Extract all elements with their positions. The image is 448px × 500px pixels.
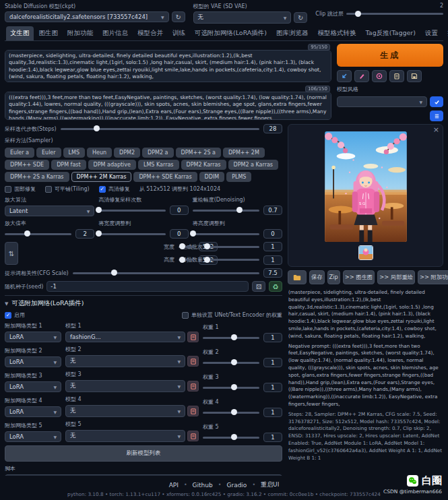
close-icon[interactable]: × [433, 125, 439, 134]
lora-weight-1-slider[interactable] [203, 337, 259, 339]
sampler-plms[interactable]: PLMS [226, 172, 251, 182]
tiling-toggle[interactable]: 可平铺(Tiling) [45, 185, 90, 193]
reload-ui-link[interactable]: 重启UI [261, 480, 279, 489]
lora-separate-weights-toggle[interactable]: 单独设置 UNet/Text Encoder 的权重 [182, 311, 282, 319]
hires-steps-slider[interactable] [98, 210, 165, 212]
style-select-button[interactable] [430, 96, 443, 107]
lora-model-5-info-button[interactable] [187, 431, 199, 441]
api-link[interactable]: API [169, 482, 179, 489]
lora-model-1-dropdown[interactable]: fashionG...▼ [65, 332, 185, 342]
sampler-dpmpp-2s-a-karras[interactable]: DPM++ 2S a Karras [5, 172, 69, 182]
hires-steps-value[interactable]: 0 [170, 206, 189, 215]
refresh-checkpoint-button[interactable]: ↻ [172, 11, 185, 22]
sampler-ddim[interactable]: DDIM [199, 172, 225, 182]
tab-settings[interactable]: 设置 [421, 26, 442, 40]
lora-weight-1-value[interactable]: 1 [263, 333, 282, 342]
lora-model-2-dropdown[interactable]: 无▼ [65, 355, 185, 367]
send-to-img2img-button[interactable]: >> 图生图 [343, 270, 375, 284]
send-to-extras-button[interactable]: >> 附加功能 [418, 270, 448, 284]
random-seed-button[interactable]: ⚄ [252, 281, 265, 292]
lora-model-5-dropdown[interactable]: 无▼ [65, 430, 185, 442]
zip-button[interactable]: Zip [327, 270, 340, 284]
width-slider[interactable] [179, 246, 195, 248]
sampler-dpm2-karras[interactable]: DPM2 Karras [181, 160, 226, 170]
tab-additional-networks[interactable]: 可选附加网络(LoRA插件) [191, 26, 271, 40]
sampler-dpmpp-sde-karras[interactable]: DPM++ SDE Karras [133, 172, 197, 182]
prompt-input[interactable]: (masterpiece, sidelighting, ultra-detail… [5, 50, 331, 82]
swap-dimensions-button[interactable]: ⇅ [5, 242, 18, 265]
sampler-dpm2-a-karras[interactable]: DPM2 a Karras [228, 160, 278, 170]
lora-weight-3-slider[interactable] [203, 387, 259, 389]
lora-model-3-info-button[interactable] [187, 381, 199, 392]
sampler-dpm-adaptive[interactable]: DPM adaptive [88, 160, 136, 170]
tab-txt2img[interactable]: 文生图 [6, 26, 34, 40]
gallery-thumbnail[interactable] [358, 245, 373, 260]
sampler-euler-a[interactable]: Euler a [5, 148, 34, 158]
tab-model-converter[interactable]: 模型格式转换 [314, 26, 360, 40]
batch-size-value[interactable]: 1 [263, 255, 282, 265]
lora-weight-5-slider[interactable] [203, 437, 259, 439]
tab-img2img[interactable]: 图生图 [35, 26, 63, 40]
resize-height-slider[interactable] [193, 233, 259, 235]
send-to-inpaint-button[interactable]: >> 局部重绘 [377, 270, 415, 284]
cfg-value[interactable]: 7.5 [263, 268, 282, 278]
lora-weight-3-value[interactable]: 1 [263, 383, 282, 392]
tab-png-info[interactable]: 图片信息 [98, 26, 132, 40]
tab-tagger[interactable]: Tag反推(Tagger) [362, 26, 420, 40]
resize-width-slider[interactable] [98, 233, 165, 235]
sampler-lms-karras[interactable]: LMS Karras [138, 160, 179, 170]
steps-slider[interactable] [61, 128, 259, 130]
checkpoint-dropdown[interactable]: dalceforealisticitally2.safetensors [733… [5, 11, 169, 22]
batch-count-value[interactable]: 1 [263, 242, 282, 251]
lora-model-4-info-button[interactable] [187, 406, 199, 416]
vae-dropdown[interactable]: 无▼ [193, 11, 292, 24]
resize-width-value[interactable]: 0 [170, 229, 189, 239]
tab-extensions[interactable]: 扩展 [443, 26, 448, 40]
sampler-dpmpp-2m[interactable]: DPM++ 2M [223, 148, 265, 158]
open-folder-button[interactable] [288, 270, 307, 284]
lora-weight-2-slider[interactable] [203, 362, 259, 364]
lora-weight-4-slider[interactable] [203, 412, 259, 414]
reuse-seed-button[interactable]: ♻ [269, 281, 282, 292]
tab-extras[interactable]: 附加功能 [63, 26, 97, 40]
clip-skip-slider[interactable] [346, 13, 443, 15]
sampler-dpm-fast[interactable]: DPM fast [51, 160, 86, 170]
sampler-dpmpp-2s-a[interactable]: DPM++ 2S a [176, 148, 221, 158]
upscaler-dropdown[interactable]: Latent▼ [5, 206, 94, 216]
sampler-dpm2[interactable]: DPM2 [114, 148, 140, 158]
script-dropdown[interactable]: 无▼ [5, 474, 282, 476]
batch-count-slider[interactable] [207, 246, 259, 248]
upscale-by-value[interactable]: 2 [75, 229, 94, 239]
cfg-slider[interactable] [73, 272, 259, 274]
lora-enable-toggle[interactable]: ✓ 启用 [5, 311, 25, 319]
extra-networks-button[interactable] [372, 70, 387, 82]
github-link[interactable]: Github [193, 482, 213, 489]
refresh-vae-button[interactable]: ↻ [294, 12, 307, 23]
sampler-lms[interactable]: LMS [63, 148, 85, 158]
sampler-dpmpp-sde[interactable]: DPM++ SDE [5, 160, 49, 170]
sampler-dpmpp-2m-karras[interactable]: DPM++ 2M Karras [71, 172, 132, 182]
lora-weight-2-value[interactable]: 1 [263, 358, 282, 367]
denoising-slider[interactable] [193, 210, 259, 212]
lora-type-4-dropdown[interactable]: LoRA▼ [5, 406, 61, 417]
lora-weight-4-value[interactable]: 1 [263, 408, 282, 417]
additional-networks-header[interactable]: ▼ 可选附加网络(LoRA插件) [5, 299, 282, 308]
sampler-heun[interactable]: Heun [87, 148, 112, 158]
style-dropdown[interactable]: ▼ [337, 96, 427, 107]
lora-type-2-dropdown[interactable]: LoRA▼ [5, 356, 61, 367]
apply-style-button[interactable] [389, 70, 404, 82]
style-refresh-button[interactable] [430, 111, 443, 121]
save-style-button[interactable] [407, 70, 422, 82]
lora-weight-5-value[interactable]: 1 [263, 433, 282, 442]
generated-image[interactable]: S G [325, 131, 407, 242]
negative-prompt-input[interactable]: (((extra feet))),3 feet,more than two fe… [5, 92, 331, 120]
steps-value[interactable]: 28 [263, 124, 282, 133]
resize-height-value[interactable]: 0 [263, 229, 282, 239]
height-slider[interactable] [179, 259, 195, 261]
lora-type-3-dropdown[interactable]: LoRA▼ [5, 381, 61, 392]
tab-checkpoint-merger[interactable]: 模型合并 [133, 26, 167, 40]
gradio-link[interactable]: Gradio [226, 482, 247, 489]
paste-params-button[interactable] [337, 70, 352, 82]
tab-image-browser[interactable]: 图库浏览器 [272, 26, 313, 40]
tab-train[interactable]: 训练 [168, 26, 189, 40]
